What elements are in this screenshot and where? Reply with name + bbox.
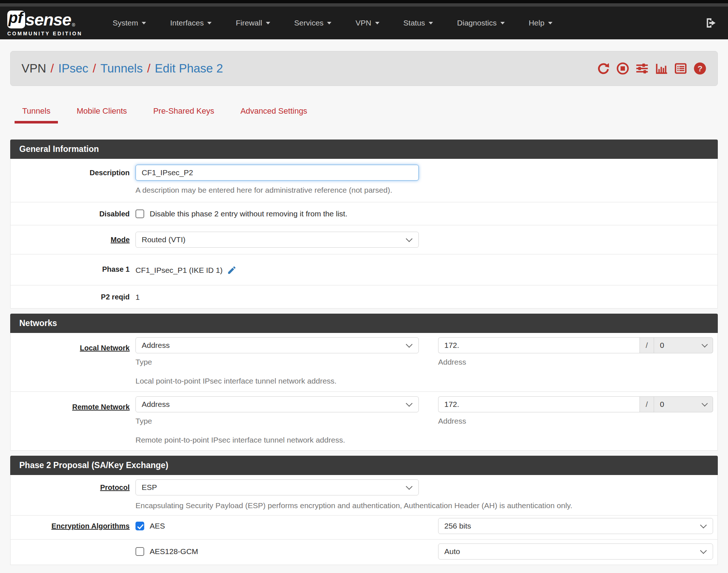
breadcrumb-action-icons: ? xyxy=(597,62,707,75)
pfsense-logo[interactable]: pf sense ® COMMUNITY EDITION xyxy=(7,10,82,36)
remote-network-prefix-value: 0 xyxy=(660,400,664,409)
chevron-down-icon xyxy=(327,22,331,24)
p2reqid-label: P2 reqid xyxy=(11,292,135,302)
aes128gcm-checkbox-label: AES128-GCM xyxy=(150,547,198,556)
chevron-down-icon xyxy=(500,22,505,24)
nav-item-label: System xyxy=(113,19,138,27)
sign-out-icon[interactable] xyxy=(705,17,717,29)
nav-item-label: Services xyxy=(294,19,324,27)
svg-text:?: ? xyxy=(697,64,703,73)
local-network-prefix-select[interactable]: 0 xyxy=(654,337,713,353)
form-row-encryption-aes: Encryption Algorithms AES 256 bits xyxy=(11,515,717,539)
chevron-down-icon xyxy=(429,22,433,24)
panel-title: General Information xyxy=(10,140,718,159)
sliders-icon[interactable] xyxy=(635,62,649,75)
breadcrumb-link-tunnels[interactable]: Tunnels xyxy=(101,62,143,75)
help-icon[interactable]: ? xyxy=(693,62,707,75)
logo-sense-text: sense xyxy=(25,10,71,30)
remote-network-type-select[interactable]: Address xyxy=(135,396,419,412)
protocol-label[interactable]: Protocol xyxy=(11,479,135,510)
nav-item-firewall[interactable]: Firewall xyxy=(224,19,282,27)
nav-item-services[interactable]: Services xyxy=(282,19,344,27)
local-network-type-select[interactable]: Address xyxy=(135,337,419,353)
breadcrumb-current: VPN xyxy=(21,62,46,75)
chevron-down-icon xyxy=(207,22,212,24)
aes-keylen-value: 256 bits xyxy=(444,522,471,530)
local-network-address-input[interactable] xyxy=(438,337,640,353)
nav-item-interfaces[interactable]: Interfaces xyxy=(158,19,224,27)
prefix-separator: / xyxy=(640,337,654,353)
panel-networks: Networks Local Network Address Type Loca… xyxy=(10,314,718,451)
protocol-select-value: ESP xyxy=(142,483,157,492)
disabled-label: Disabled xyxy=(11,209,135,218)
panel-phase2-proposal: Phase 2 Proposal (SA/Key Exchange) Proto… xyxy=(10,456,718,565)
aes128gcm-checkbox[interactable] xyxy=(135,547,144,556)
disabled-checkbox[interactable] xyxy=(135,209,144,218)
aes128gcm-keylen-value: Auto xyxy=(444,547,460,556)
tab-bar: Tunnels Mobile Clients Pre-Shared Keys A… xyxy=(10,106,718,123)
local-network-help-text: Local point-to-point IPsec interface tun… xyxy=(135,377,419,385)
aes-keylen-select[interactable]: 256 bits xyxy=(438,518,713,534)
tab-mobile-clients[interactable]: Mobile Clients xyxy=(69,106,134,123)
top-navbar: pf sense ® COMMUNITY EDITION System Inte… xyxy=(0,7,728,39)
description-input[interactable] xyxy=(135,165,419,181)
breadcrumb-link-edit-phase2[interactable]: Edit Phase 2 xyxy=(155,62,223,75)
nav-item-label: Interfaces xyxy=(170,19,204,27)
remote-network-prefix-select[interactable]: 0 xyxy=(654,396,713,412)
breadcrumb-separator: / xyxy=(93,62,96,75)
local-network-address-sublabel: Address xyxy=(438,358,713,366)
tab-tunnels[interactable]: Tunnels xyxy=(15,106,58,123)
mode-label[interactable]: Mode xyxy=(11,232,135,248)
navbar-menu: System Interfaces Firewall Services VPN … xyxy=(101,19,564,27)
nav-item-vpn[interactable]: VPN xyxy=(343,19,391,27)
edit-pencil-icon[interactable] xyxy=(227,265,237,275)
local-network-label[interactable]: Local Network xyxy=(11,337,135,385)
bar-chart-icon[interactable] xyxy=(655,62,668,75)
nav-item-system[interactable]: System xyxy=(101,19,158,27)
tab-advanced-settings[interactable]: Advanced Settings xyxy=(233,106,315,123)
remote-network-type-value: Address xyxy=(142,400,170,409)
panel-title: Networks xyxy=(10,314,718,333)
nav-item-diagnostics[interactable]: Diagnostics xyxy=(445,19,517,27)
breadcrumb-link-ipsec[interactable]: IPsec xyxy=(58,62,88,75)
chevron-down-icon xyxy=(142,22,146,24)
description-help-text: A description may be entered here for ad… xyxy=(135,186,713,195)
protocol-select[interactable]: ESP xyxy=(135,479,419,495)
aes-checkbox[interactable] xyxy=(135,522,144,530)
phase1-value: CF1_IPsec_P1 (IKE ID 1) xyxy=(135,266,223,275)
local-network-type-sublabel: Type xyxy=(135,358,419,366)
tab-pre-shared-keys[interactable]: Pre-Shared Keys xyxy=(146,106,222,123)
chevron-down-icon xyxy=(266,22,270,24)
chevron-down-icon xyxy=(548,22,552,24)
form-row-protocol: Protocol ESP Encapsulating Security Payl… xyxy=(11,475,717,515)
nav-item-help[interactable]: Help xyxy=(517,19,564,27)
encryption-algorithms-label[interactable]: Encryption Algorithms xyxy=(11,522,135,530)
remote-network-address-input[interactable] xyxy=(438,396,640,412)
form-row-mode: Mode Routed (VTI) xyxy=(11,225,717,254)
form-row-encryption-aes128gcm: AES128-GCM Auto xyxy=(11,539,717,565)
list-log-icon[interactable] xyxy=(674,62,687,75)
remote-network-label[interactable]: Remote Network xyxy=(11,396,135,444)
refresh-icon[interactable] xyxy=(597,62,610,75)
phase1-label: Phase 1 xyxy=(11,264,135,275)
form-row-disabled: Disabled Disable this phase 2 entry with… xyxy=(11,202,717,225)
nav-item-label: Help xyxy=(529,19,544,27)
panel-title: Phase 2 Proposal (SA/Key Exchange) xyxy=(10,456,718,475)
local-network-prefix-value: 0 xyxy=(660,341,664,350)
protocol-help-text: Encapsulating Security Payload (ESP) per… xyxy=(135,501,713,510)
local-network-type-value: Address xyxy=(142,341,170,350)
aes128gcm-keylen-select[interactable]: Auto xyxy=(438,543,713,560)
remote-network-help-text: Remote point-to-point IPsec interface tu… xyxy=(135,436,419,444)
window-top-strip xyxy=(0,0,728,3)
form-row-local-network: Local Network Address Type Local point-t… xyxy=(11,333,717,391)
breadcrumb: VPN/IPsec/Tunnels/Edit Phase 2 xyxy=(21,62,223,75)
mode-select[interactable]: Routed (VTI) xyxy=(135,232,419,248)
remote-network-type-sublabel: Type xyxy=(135,417,419,425)
stop-circle-icon[interactable] xyxy=(616,62,629,75)
p2reqid-value: 1 xyxy=(135,293,140,302)
nav-item-status[interactable]: Status xyxy=(391,19,445,27)
aes-checkbox-label: AES xyxy=(150,522,165,530)
form-row-remote-network: Remote Network Address Type Remote point… xyxy=(11,391,717,450)
logo-registered-mark: ® xyxy=(72,23,75,28)
chevron-down-icon xyxy=(375,22,379,24)
